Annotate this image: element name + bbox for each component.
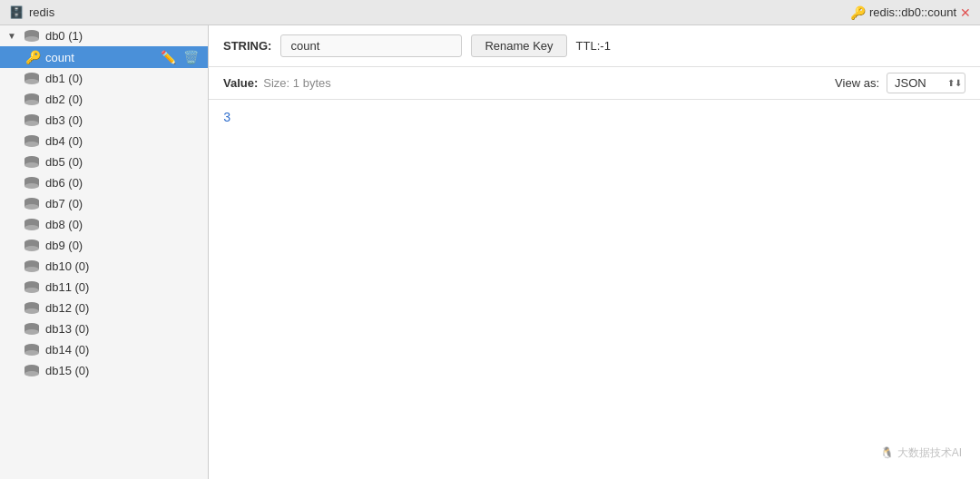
- sidebar-item-db11[interactable]: db11 (0): [0, 277, 208, 298]
- svg-point-38: [24, 308, 39, 314]
- close-icon[interactable]: ✕: [960, 5, 971, 20]
- svg-point-44: [24, 350, 39, 356]
- db6-label: db6 (0): [45, 176, 201, 190]
- svg-point-35: [24, 288, 39, 293]
- sidebar-item-db9[interactable]: db9 (0): [0, 235, 208, 256]
- view-as-label: View as:: [835, 76, 879, 90]
- db0-label: db0 (1): [45, 29, 201, 43]
- db8-icon: [23, 219, 41, 231]
- svg-point-8: [24, 100, 39, 105]
- db15-label: db15 (0): [45, 364, 201, 377]
- value-bar: Value: Size: 1 bytes View as: JSON Plain…: [209, 67, 980, 100]
- titlebar: 🗄️ redis 🔑 redis::db0::count ✕: [0, 0, 980, 25]
- titlebar-left: 🗄️ redis: [9, 5, 54, 19]
- db9-icon: [23, 240, 41, 252]
- redis-icon: 🗄️: [9, 5, 24, 19]
- svg-point-5: [24, 79, 39, 84]
- db1-icon: [23, 73, 41, 85]
- view-as-wrapper: JSON Plain Text Binary ⬆⬇: [887, 73, 965, 93]
- key-type-label: STRING:: [223, 39, 271, 53]
- db0-icon: [23, 30, 41, 43]
- db14-icon: [23, 344, 41, 357]
- svg-point-20: [24, 183, 39, 189]
- db4-label: db4 (0): [45, 134, 201, 148]
- count-key-label: count: [45, 51, 154, 64]
- sidebar-item-db12[interactable]: db12 (0): [0, 298, 208, 318]
- value-display: 3: [223, 111, 230, 125]
- db6-icon: [23, 177, 41, 190]
- app-title: redis: [29, 5, 54, 19]
- db11-icon: [23, 281, 41, 294]
- sidebar-item-db3[interactable]: db3 (0): [0, 110, 208, 131]
- sidebar-item-db1[interactable]: db1 (0): [0, 68, 208, 89]
- titlebar-right: 🔑 redis::db0::count ✕: [850, 5, 971, 20]
- sidebar-item-db13[interactable]: db13 (0): [0, 318, 208, 339]
- sidebar-item-db2[interactable]: db2 (0): [0, 89, 208, 110]
- sidebar: ▼ db0 (1) 🔑 count ✏️ 🗑️: [0, 25, 209, 479]
- db1-label: db1 (0): [45, 72, 201, 85]
- db3-icon: [23, 114, 41, 127]
- delete-key-button[interactable]: 🗑️: [181, 50, 201, 64]
- db5-label: db5 (0): [45, 155, 201, 169]
- db12-label: db12 (0): [45, 301, 201, 315]
- db10-icon: [23, 260, 41, 273]
- sidebar-item-db15[interactable]: db15 (0): [0, 360, 208, 381]
- key-name-input[interactable]: [280, 34, 462, 57]
- value-editor[interactable]: 3: [209, 100, 980, 479]
- view-as-section: View as: JSON Plain Text Binary ⬆⬇: [835, 73, 965, 93]
- svg-point-47: [24, 371, 39, 376]
- db10-label: db10 (0): [45, 259, 201, 273]
- svg-point-29: [24, 246, 39, 251]
- key-info-bar: STRING: Rename Key TTL:-1: [209, 25, 980, 67]
- edit-key-button[interactable]: ✏️: [159, 50, 178, 64]
- key-icon-gold: 🔑: [25, 50, 41, 64]
- value-bar-left: Value: Size: 1 bytes: [223, 76, 331, 90]
- current-key-path: redis::db0::count: [869, 5, 956, 19]
- size-text: Size: 1 bytes: [263, 76, 330, 90]
- svg-point-23: [24, 204, 39, 210]
- db9-label: db9 (0): [45, 239, 201, 252]
- key-icon: 🔑: [850, 5, 866, 20]
- sidebar-item-db14[interactable]: db14 (0): [0, 339, 208, 360]
- main-container: ▼ db0 (1) 🔑 count ✏️ 🗑️: [0, 25, 980, 479]
- db4-icon: [23, 135, 41, 148]
- db11-label: db11 (0): [45, 280, 201, 294]
- svg-point-11: [24, 121, 39, 126]
- sidebar-item-db6[interactable]: db6 (0): [0, 172, 208, 193]
- sidebar-item-db7[interactable]: db7 (0): [0, 193, 208, 214]
- ttl-label: TTL:-1: [576, 39, 611, 53]
- db3-label: db3 (0): [45, 113, 201, 127]
- value-label: Value:: [223, 76, 258, 90]
- db15-icon: [23, 365, 41, 377]
- db13-label: db13 (0): [45, 322, 201, 336]
- sidebar-item-count[interactable]: 🔑 count ✏️ 🗑️: [0, 46, 208, 68]
- view-as-select[interactable]: JSON Plain Text Binary: [887, 73, 965, 93]
- expand-arrow-db0: ▼: [7, 31, 16, 41]
- content-panel: STRING: Rename Key TTL:-1 Value: Size: 1…: [209, 25, 980, 479]
- db5-icon: [23, 156, 41, 169]
- sidebar-item-db8[interactable]: db8 (0): [0, 214, 208, 235]
- key-actions: ✏️ 🗑️: [159, 50, 201, 64]
- db13-icon: [23, 323, 41, 336]
- sidebar-item-db5[interactable]: db5 (0): [0, 152, 208, 172]
- db12-icon: [23, 302, 41, 315]
- db8-label: db8 (0): [45, 218, 201, 231]
- rename-key-button[interactable]: Rename Key: [471, 34, 566, 57]
- svg-point-26: [24, 225, 39, 230]
- sidebar-item-db10[interactable]: db10 (0): [0, 256, 208, 277]
- svg-point-14: [24, 142, 39, 147]
- db7-icon: [23, 198, 41, 210]
- sidebar-item-db4[interactable]: db4 (0): [0, 131, 208, 152]
- db2-icon: [23, 93, 41, 106]
- db7-label: db7 (0): [45, 197, 201, 210]
- svg-point-41: [24, 329, 39, 335]
- svg-point-17: [24, 162, 39, 168]
- db14-label: db14 (0): [45, 343, 201, 357]
- db2-label: db2 (0): [45, 93, 201, 106]
- sidebar-item-db0[interactable]: ▼ db0 (1): [0, 25, 208, 46]
- svg-point-32: [24, 267, 39, 272]
- svg-point-2: [24, 36, 39, 42]
